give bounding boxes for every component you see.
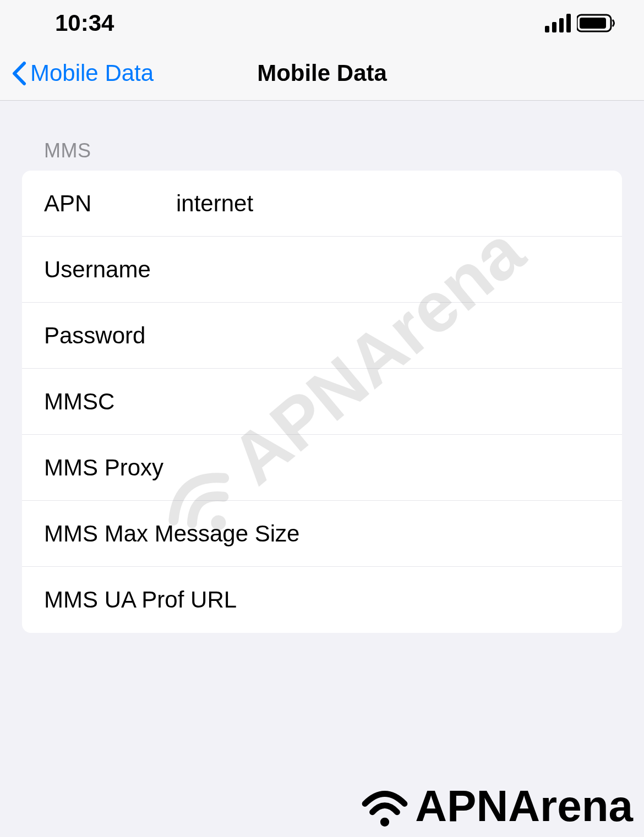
back-button[interactable]: Mobile Data xyxy=(11,60,154,86)
mms-ua-prof-input[interactable] xyxy=(237,587,600,613)
mms-proxy-input[interactable] xyxy=(163,455,600,481)
status-bar: 10:34 xyxy=(0,0,644,46)
apn-row[interactable]: APN xyxy=(22,171,622,237)
username-input[interactable] xyxy=(176,256,600,283)
page-title: Mobile Data xyxy=(257,60,387,86)
mms-proxy-label: MMS Proxy xyxy=(44,455,163,481)
mms-max-size-input[interactable] xyxy=(299,521,600,547)
navigation-bar: Mobile Data Mobile Data xyxy=(0,46,644,101)
back-label: Mobile Data xyxy=(30,60,154,86)
signal-icon xyxy=(545,14,571,32)
wifi-icon xyxy=(360,781,410,831)
mms-proxy-row[interactable]: MMS Proxy xyxy=(22,435,622,501)
svg-rect-3 xyxy=(566,14,571,32)
username-label: Username xyxy=(44,256,176,283)
chevron-left-icon xyxy=(11,61,28,86)
password-row[interactable]: Password xyxy=(22,303,622,369)
svg-rect-1 xyxy=(552,22,556,32)
mmsc-input[interactable] xyxy=(176,389,600,415)
mms-ua-prof-row[interactable]: MMS UA Prof URL xyxy=(22,567,622,633)
svg-rect-0 xyxy=(545,26,549,32)
password-label: Password xyxy=(44,322,176,349)
status-icons xyxy=(545,14,616,32)
mms-max-size-row[interactable]: MMS Max Message Size xyxy=(22,501,622,567)
mms-max-size-label: MMS Max Message Size xyxy=(44,521,299,547)
mmsc-row[interactable]: MMSC xyxy=(22,369,622,435)
mmsc-label: MMSC xyxy=(44,389,176,415)
svg-rect-2 xyxy=(559,18,564,32)
apn-input[interactable] xyxy=(176,190,600,217)
content: MMS APN Username Password MMSC MMS Proxy… xyxy=(0,101,644,633)
battery-icon xyxy=(577,14,616,32)
username-row[interactable]: Username xyxy=(22,237,622,303)
status-time: 10:34 xyxy=(55,10,114,36)
password-input[interactable] xyxy=(176,322,600,349)
svg-point-7 xyxy=(380,818,389,827)
brand-text: APNArena xyxy=(415,781,633,831)
settings-group-mms: APN Username Password MMSC MMS Proxy MMS… xyxy=(22,171,622,633)
svg-rect-5 xyxy=(580,18,606,29)
brand-logo: APNArena xyxy=(360,781,633,831)
apn-label: APN xyxy=(44,190,176,217)
mms-ua-prof-label: MMS UA Prof URL xyxy=(44,587,237,613)
section-header-mms: MMS xyxy=(22,139,622,171)
